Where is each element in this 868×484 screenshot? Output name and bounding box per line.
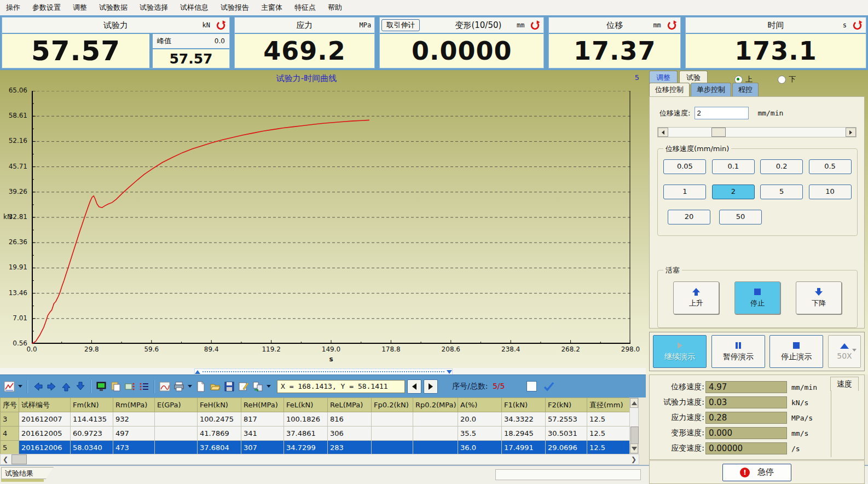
table-cell[interactable]: 114.4135 [71, 412, 113, 427]
column-header[interactable]: E(GPa) [155, 398, 198, 412]
table-cell[interactable]: 37.4861 [284, 427, 328, 441]
table-horizontal-scrollbar[interactable]: ❮ ❯ [0, 454, 639, 465]
table-row[interactable]: 3201612007114.4135932100.2475817100.1826… [1, 412, 630, 427]
speed-slider[interactable] [657, 127, 857, 137]
subtab-item[interactable]: 程控 [732, 83, 759, 96]
speed-preset-button[interactable]: 5 [760, 185, 803, 199]
table-cell[interactable]: 29.0696 [546, 441, 587, 454]
slider-left-icon[interactable] [658, 128, 668, 137]
speed-preset-button[interactable]: 0.1 [712, 159, 755, 174]
menu-item[interactable]: 试验数据 [93, 0, 134, 15]
table-cell[interactable]: 57.2553 [546, 412, 587, 427]
menu-item[interactable]: 调整 [67, 0, 93, 15]
radio-down[interactable]: 下 [778, 74, 796, 84]
tab-test-results[interactable]: 试验结果 [1, 467, 54, 479]
column-header[interactable]: Fp0.2(kN) [372, 398, 413, 412]
column-header[interactable]: 直径(mm) [587, 398, 630, 412]
table-cell[interactable]: 30.5031 [546, 427, 587, 441]
column-header[interactable]: ReL(MPa) [328, 398, 372, 412]
table-cell[interactable] [155, 412, 198, 427]
column-header[interactable]: 序号 [1, 398, 19, 412]
table-cell[interactable]: 201612005 [19, 427, 71, 441]
table-cell[interactable]: 12.5 [587, 412, 630, 427]
menu-item[interactable]: 参数设置 [26, 0, 67, 15]
pause-demo-button[interactable]: 暂停演示 [711, 335, 765, 368]
slider-right-icon[interactable] [846, 128, 856, 137]
arrow-up-icon[interactable] [60, 380, 73, 393]
table-cell[interactable]: 100.2475 [198, 412, 241, 427]
data-transfer-icon[interactable] [251, 380, 264, 393]
scroll-down-icon[interactable] [630, 443, 638, 453]
scrollbar-thumb[interactable] [630, 427, 639, 444]
table-cell[interactable] [372, 441, 413, 454]
table-cell[interactable]: 4 [1, 427, 19, 441]
open-folder-icon[interactable] [209, 380, 222, 393]
speed-preset-button[interactable]: 0.05 [663, 159, 706, 174]
menu-item[interactable]: 试验选择 [134, 0, 174, 15]
table-row[interactable]: 520161200658.034047337.680430734.7299283… [1, 441, 630, 454]
menu-item[interactable]: 特征点 [288, 0, 322, 15]
table-cell[interactable]: 41.7869 [198, 427, 241, 441]
new-file-icon[interactable] [194, 380, 207, 393]
scroll-left-icon[interactable]: ❮ [1, 454, 10, 464]
save-icon[interactable] [223, 380, 236, 393]
table-cell[interactable] [413, 441, 458, 454]
column-header[interactable]: FeH(kN) [198, 398, 241, 412]
table-cell[interactable]: 35.5 [458, 427, 502, 441]
stop-demo-button[interactable]: 停止演示 [769, 335, 823, 368]
table-cell[interactable]: 932 [113, 412, 155, 427]
table-cell[interactable] [413, 427, 458, 441]
table-cell[interactable]: 34.3322 [502, 412, 546, 427]
column-header[interactable]: Rm(MPa) [113, 398, 155, 412]
speed-preset-button[interactable]: 2 [712, 185, 755, 199]
table-cell[interactable]: 36.0 [458, 441, 502, 454]
table-vertical-scrollbar[interactable] [629, 397, 639, 454]
table-cell[interactable] [372, 412, 413, 427]
table-cell[interactable]: 473 [113, 441, 155, 454]
table-cell[interactable]: 817 [241, 412, 284, 427]
table-cell[interactable]: 307 [241, 441, 284, 454]
speed-preset-button[interactable]: 0.2 [760, 159, 803, 174]
report-curve-icon[interactable] [158, 380, 171, 393]
table-cell[interactable]: 12.5 [587, 427, 630, 441]
menu-item[interactable]: 帮助 [322, 0, 348, 15]
subtab-selected[interactable]: 位移控制 [649, 83, 690, 96]
select-checkbox[interactable] [526, 381, 537, 391]
column-header[interactable]: F1(kN) [502, 398, 546, 412]
table-row[interactable]: 420161200560.972349741.786934137.4861306… [1, 427, 630, 441]
slider-thumb[interactable] [711, 128, 726, 137]
column-header[interactable]: FeL(kN) [284, 398, 328, 412]
table-cell[interactable] [372, 427, 413, 441]
prev-point-button[interactable] [407, 379, 421, 394]
refresh-icon[interactable] [530, 20, 540, 31]
table-cell[interactable]: 3 [1, 412, 19, 427]
table-cell[interactable]: 100.1826 [284, 412, 328, 427]
list-icon[interactable] [137, 380, 151, 393]
table-cell[interactable]: 17.4991 [502, 441, 546, 454]
table-cell[interactable]: 341 [241, 427, 284, 441]
column-header[interactable]: Rp0.2(MPa) [413, 398, 458, 412]
piston-down-button[interactable]: 下降 [796, 281, 842, 314]
edit-data-icon[interactable] [123, 380, 136, 393]
table-cell[interactable] [155, 441, 198, 454]
column-header[interactable]: 试样编号 [19, 398, 71, 412]
refresh-icon[interactable] [216, 20, 226, 31]
menu-item[interactable]: 试样信息 [174, 0, 215, 15]
table-cell[interactable]: 18.2945 [502, 427, 546, 441]
menu-item[interactable]: 主窗体 [255, 0, 288, 15]
table-cell[interactable]: 201612006 [19, 441, 71, 454]
next-point-button[interactable] [424, 379, 438, 394]
monitor-icon[interactable] [95, 380, 108, 393]
column-header[interactable]: Fm(kN) [71, 398, 113, 412]
printer-icon[interactable] [172, 380, 186, 393]
piston-stop-button[interactable]: 停止 [734, 281, 780, 314]
refresh-icon[interactable] [852, 20, 863, 31]
menu-item[interactable]: 操作 [0, 0, 26, 15]
chevron-down-icon[interactable] [188, 385, 192, 388]
table-cell[interactable]: 306 [328, 427, 372, 441]
table-cell[interactable]: 283 [328, 441, 372, 454]
table-cell[interactable]: 20.0 [458, 412, 502, 427]
chevron-down-icon[interactable] [18, 385, 22, 388]
table-cell[interactable]: 5 [1, 441, 19, 454]
column-header[interactable]: A(%) [458, 398, 502, 412]
